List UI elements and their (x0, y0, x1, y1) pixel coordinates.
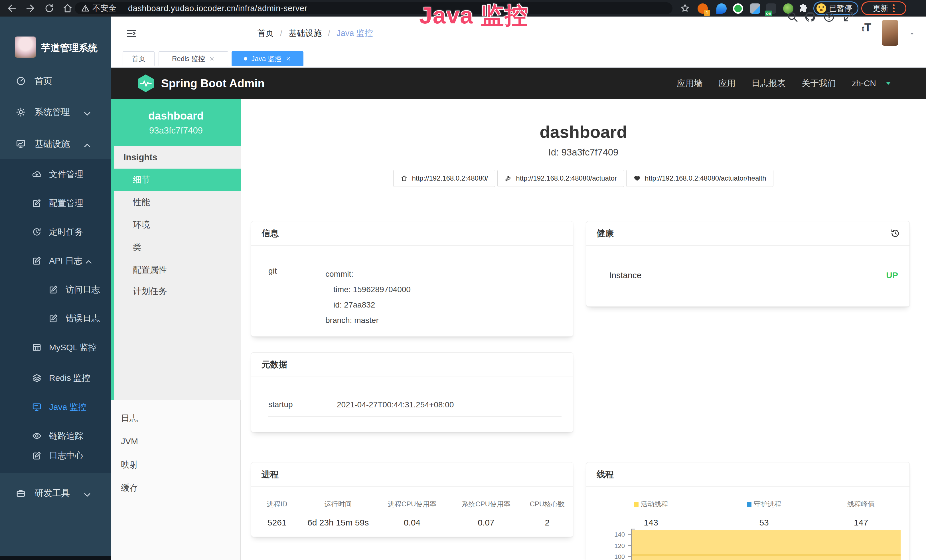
sidebar-item-home[interactable]: 首页 (0, 70, 111, 92)
health-url-chip[interactable]: http://192.168.0.2:48080/actuator/health (626, 170, 773, 187)
health-instance-row[interactable]: Instance UP (609, 271, 898, 287)
sidebar-item-api-logs[interactable]: API 日志 (0, 249, 111, 272)
sba-item-config-props[interactable]: 配置属性 (111, 259, 241, 281)
extension-grid-icon[interactable] (750, 3, 760, 14)
sba-item-environment[interactable]: 环境 (111, 214, 241, 236)
admin-sidebar: 芋道管理系统 首页 系统管理 基础设施 文件管理 配置管理 定时任务 (0, 17, 111, 560)
sba-item-mappings[interactable]: 映射 (111, 454, 241, 476)
nav-log-report[interactable]: 日志报表 (752, 77, 786, 89)
endpoint-chips: http://192.168.0.2:48080/ http://192.168… (241, 170, 926, 187)
browser-back-icon[interactable] (6, 3, 17, 14)
sidebar-item-config-manage[interactable]: 配置管理 (0, 192, 111, 215)
language-caret-icon[interactable] (884, 79, 893, 88)
sidebar-item-mysql-monitor[interactable]: MySQL 监控 (0, 336, 111, 359)
nav-applications[interactable]: 应用 (719, 77, 735, 89)
sidebar-item-file-manage[interactable]: 文件管理 (0, 163, 111, 186)
edit-icon (32, 451, 42, 460)
actuator-url-chip[interactable]: http://192.168.0.2:48080/actuator (497, 170, 624, 187)
nav-about[interactable]: 关于我们 (802, 77, 836, 89)
tab-redis-monitor[interactable]: Redis 监控 (159, 51, 228, 66)
sba-item-scheduled-tasks[interactable]: 计划任务 (111, 280, 241, 303)
browser-home-icon[interactable] (62, 3, 73, 14)
sba-item-metrics[interactable]: 性能 (111, 191, 241, 214)
user-avatar[interactable] (882, 20, 898, 45)
briefcase-icon (16, 488, 26, 498)
tab-java-monitor[interactable]: Java 监控 (232, 51, 303, 66)
sba-item-jvm[interactable]: JVM (111, 430, 241, 453)
sidebar-item-tracing[interactable]: 链路追踪 (0, 424, 111, 447)
edit-icon (32, 198, 42, 208)
ytick-120: 120 (608, 542, 625, 550)
browser-menu-icon[interactable] (893, 4, 895, 12)
insights-section: Insights 细节 性能 环境 类 配置属性 计划任务 (111, 146, 241, 400)
search-icon[interactable] (787, 11, 799, 23)
process-col-cpu: 进程CPU使用率 0.04 (374, 499, 451, 527)
extension-green-icon[interactable] (733, 3, 743, 14)
display-icon (32, 402, 42, 412)
not-secure-label[interactable]: 不安全 (92, 3, 117, 14)
cloud-upload-icon (32, 170, 42, 179)
sidebar-item-infra[interactable]: 基础设施 (0, 133, 111, 156)
extension-on-badge: on (765, 11, 772, 16)
omnibox-divider (122, 5, 123, 12)
font-size-icon[interactable]: tT (862, 21, 871, 34)
nav-language[interactable]: zh-CN (852, 79, 876, 88)
sba-item-caches[interactable]: 缓存 (111, 477, 241, 499)
tab-home[interactable]: 首页 (123, 51, 154, 66)
browser-update-button[interactable]: 更新 (861, 2, 906, 15)
history-icon[interactable] (890, 228, 900, 239)
sidebar-item-java-monitor[interactable]: Java 监控 (0, 396, 111, 419)
health-status-badge: UP (886, 271, 898, 280)
browser-reload-icon[interactable] (44, 3, 55, 14)
service-url-chip[interactable]: http://192.168.0.2:48080/ (393, 170, 495, 187)
sba-item-logs[interactable]: 日志 (111, 407, 241, 429)
address-bar[interactable]: 不安全 dashboard.yudao.iocoder.cn/infra/adm… (75, 2, 672, 14)
breadcrumb-infra[interactable]: 基础设施 (289, 28, 322, 39)
sba-item-details[interactable]: 细节 (111, 169, 241, 191)
app-logo-row[interactable]: 芋道管理系统 (0, 35, 111, 59)
sidebar-item-system[interactable]: 系统管理 (0, 101, 111, 124)
sba-sidebar: dashboard 93a3fc7f7409 Insights 细节 性能 环境… (111, 99, 241, 560)
extension-pin-icon[interactable] (716, 3, 727, 14)
extension-sync-icon[interactable]: 1 (698, 3, 708, 14)
insights-section-label: Insights (124, 146, 157, 169)
browser-forward-icon[interactable] (25, 3, 36, 14)
infra-monitor-icon (16, 139, 26, 149)
tags-view: 首页 Redis 监控 Java 监控 (111, 50, 926, 68)
timer-icon (32, 227, 42, 237)
bookmark-star-icon[interactable] (680, 3, 690, 14)
extension-dark-icon[interactable]: on (766, 3, 776, 14)
sba-item-classes[interactable]: 类 (111, 236, 241, 259)
process-col-uptime: 运行时间 6d 23h 15m 59s (303, 499, 373, 527)
close-icon[interactable] (209, 56, 215, 62)
process-col-syscpu: 系统CPU使用率 0.07 (451, 499, 521, 527)
instance-header[interactable]: dashboard 93a3fc7f7409 (111, 99, 241, 146)
active-dot (244, 57, 247, 61)
avatar-caret-icon[interactable] (909, 30, 915, 37)
instance-name: dashboard (111, 110, 241, 122)
breadcrumb-current: Java 监控 (336, 28, 373, 39)
fullscreen-icon[interactable] (843, 11, 855, 23)
nav-application-wall[interactable]: 应用墙 (677, 77, 702, 89)
page-title: dashboard (241, 122, 926, 142)
sidebar-item-log-center[interactable]: 日志中心 (0, 444, 111, 467)
close-icon[interactable] (286, 56, 291, 62)
help-icon[interactable] (823, 11, 835, 23)
sidebar-item-access-logs[interactable]: 访问日志 (0, 278, 111, 301)
sba-header: Spring Boot Admin 应用墙 应用 日志报表 关于我们 zh-CN (111, 68, 926, 99)
sidebar-item-error-logs[interactable]: 错误日志 (0, 307, 111, 330)
github-icon[interactable] (804, 11, 816, 23)
hamburger-icon[interactable] (126, 27, 138, 39)
threads-card-title: 线程 (586, 462, 909, 487)
sidebar-item-redis-monitor[interactable]: Redis 监控 (0, 366, 111, 389)
sidebar-item-dev-tools[interactable]: 研发工具 (0, 482, 111, 505)
sba-brand[interactable]: Spring Boot Admin (161, 68, 265, 99)
metadata-startup-row: startup 2021-04-27T00:44:31.254+08:00 (268, 400, 561, 417)
url-text[interactable]: dashboard.yudao.iocoder.cn/infra/admin-s… (128, 4, 307, 13)
breadcrumb-home[interactable]: 首页 (257, 28, 274, 39)
chevron-up-icon (84, 257, 94, 267)
heart-icon (633, 175, 641, 182)
sidebar-item-scheduled-jobs[interactable]: 定时任务 (0, 221, 111, 243)
info-value: commit: time: 1596289704000 id: 27aa832 … (325, 266, 411, 328)
metadata-value: 2021-04-27T00:44:31.254+08:00 (337, 400, 454, 410)
